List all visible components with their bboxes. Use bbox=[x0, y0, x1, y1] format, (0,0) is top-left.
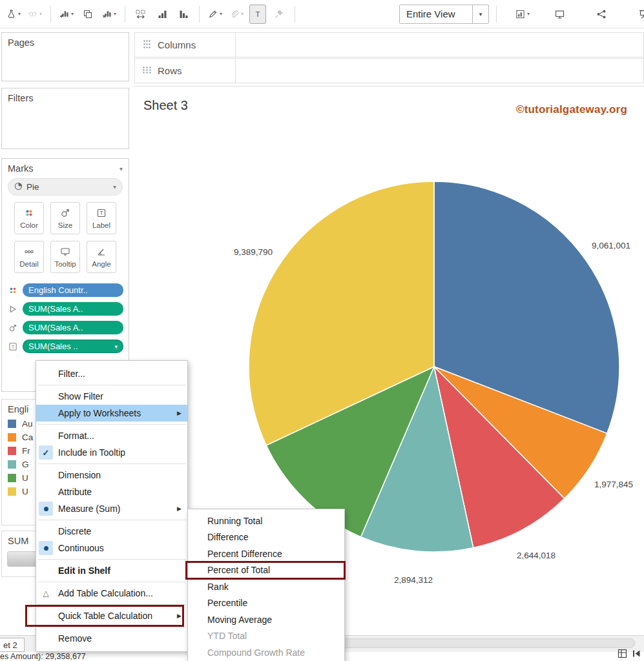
swap-rows-columns-icon[interactable] bbox=[132, 5, 149, 24]
menu-separator bbox=[37, 385, 186, 385]
menu-separator bbox=[37, 604, 186, 605]
first-tab-icon[interactable] bbox=[632, 649, 641, 661]
size-icon bbox=[60, 208, 70, 219]
toolbar-divider bbox=[125, 6, 125, 23]
label-shelf-icon[interactable]: T bbox=[7, 342, 19, 351]
clear-sheet-icon[interactable]: ▾ bbox=[101, 5, 118, 24]
label-button-label: Label bbox=[92, 221, 110, 229]
radio-dot-icon bbox=[39, 541, 53, 555]
pill-sum-sales-label-active[interactable]: SUM(Sales .. ▾ bbox=[23, 340, 123, 353]
label-button[interactable]: T Label bbox=[87, 202, 116, 234]
pill-label: SUM(Sales A.. bbox=[28, 304, 83, 314]
mark-type-dropdown[interactable]: Pie ▾ bbox=[8, 178, 123, 196]
menu-item-filter[interactable]: Filter... bbox=[36, 365, 187, 382]
pill-context-menu: Filter...Show FilterApply to Worksheets▶… bbox=[36, 360, 188, 652]
menu-item-include-in-tooltip[interactable]: ✓Include in Tooltip bbox=[36, 444, 187, 461]
share-icon[interactable] bbox=[593, 5, 610, 24]
menu-separator bbox=[37, 463, 186, 464]
status-bar-text: es Amount): 29,358,677 bbox=[0, 652, 86, 661]
device-preview-icon[interactable] bbox=[635, 5, 644, 24]
chevron-down-icon[interactable]: ▾ bbox=[114, 343, 118, 350]
tooltip-button[interactable]: Tooltip bbox=[50, 241, 80, 273]
tooltip-button-label: Tooltip bbox=[54, 260, 76, 268]
menu-separator bbox=[37, 559, 186, 560]
undo-redo-icon[interactable]: ▾ bbox=[26, 5, 43, 24]
pages-shelf[interactable]: Pages bbox=[1, 32, 129, 81]
menu-separator bbox=[37, 627, 186, 627]
sort-ascending-icon[interactable] bbox=[154, 5, 171, 24]
sheet-tab-label: et 2 bbox=[3, 640, 17, 650]
detail-button-label: Detail bbox=[19, 260, 38, 268]
sheet-tab[interactable]: et 2 bbox=[0, 638, 25, 652]
menu-item-remove[interactable]: Remove bbox=[36, 630, 187, 647]
fit-selector-caret[interactable]: ▾ bbox=[472, 5, 488, 23]
chevron-down-icon: ▾ bbox=[113, 183, 116, 190]
fix-axes-icon[interactable] bbox=[271, 5, 287, 24]
pill-sum-sales-angle[interactable]: SUM(Sales A.. bbox=[23, 302, 123, 316]
menu-item-attribute[interactable]: Attribute bbox=[36, 483, 187, 500]
menu-item-continuous[interactable]: Continuous bbox=[36, 540, 187, 556]
sheet-sorter-icon[interactable] bbox=[618, 649, 627, 661]
tooltip-icon bbox=[60, 247, 70, 258]
filters-shelf[interactable]: Filters bbox=[1, 88, 129, 149]
mark-type-value: Pie bbox=[26, 182, 39, 192]
detail-button[interactable]: Detail bbox=[14, 241, 44, 273]
menu-item-running-total[interactable]: Running Total bbox=[188, 513, 344, 529]
menu-item-dimension[interactable]: Dimension bbox=[36, 467, 187, 483]
sort-descending-icon[interactable] bbox=[175, 5, 192, 24]
marks-card-title: Marks bbox=[8, 163, 33, 174]
size-button[interactable]: Size bbox=[50, 202, 80, 234]
menu-item-quick-table-calculation[interactable]: Quick Table Calculation▶ bbox=[36, 607, 187, 624]
new-worksheet-icon[interactable]: ▾ bbox=[58, 5, 75, 24]
columns-shelf-label[interactable]: Columns bbox=[135, 33, 236, 57]
menu-item-difference[interactable]: Difference bbox=[188, 529, 344, 546]
tableau-window: ▾▾▾▾▾▾TEntire View▾▾ Pages Filters Marks… bbox=[0, 0, 644, 661]
menu-item-rank[interactable]: Rank bbox=[188, 578, 344, 595]
detail-icon bbox=[23, 247, 35, 258]
color-shelf-icon[interactable] bbox=[7, 286, 19, 295]
menu-item-show-filter[interactable]: Show Filter bbox=[36, 388, 187, 405]
menu-item-ytd-total: YTD Total bbox=[188, 628, 344, 645]
color-button[interactable]: Color bbox=[14, 202, 44, 234]
pill-english-country[interactable]: English Countr.. bbox=[23, 283, 123, 297]
menu-item-format[interactable]: Format... bbox=[36, 427, 187, 444]
submenu-arrow-icon: ▶ bbox=[177, 410, 182, 416]
menu-item-percentile[interactable]: Percentile bbox=[188, 595, 344, 612]
rows-icon bbox=[142, 65, 152, 77]
menu-item-apply-to-worksheets[interactable]: Apply to Worksheets▶ bbox=[36, 405, 187, 422]
menu-item-percent-difference[interactable]: Percent Difference bbox=[188, 545, 344, 562]
angle-shelf-icon[interactable] bbox=[7, 305, 19, 314]
pie-slice-label: 1,977,845 bbox=[594, 480, 633, 489]
fit-selector[interactable]: Entire View▾ bbox=[399, 5, 489, 24]
legend-label: U bbox=[22, 487, 28, 496]
menu-item-moving-average[interactable]: Moving Average bbox=[188, 611, 344, 628]
show-me-icon[interactable]: ▾ bbox=[514, 5, 531, 24]
menu-item-edit-in-shelf[interactable]: Edit in Shelf bbox=[36, 562, 187, 579]
menu-item-discrete[interactable]: Discrete bbox=[36, 523, 187, 540]
menu-separator bbox=[37, 424, 186, 425]
highlight-icon[interactable]: ▾ bbox=[207, 5, 223, 24]
menu-item-add-table-calculation[interactable]: △Add Table Calculation... bbox=[36, 585, 187, 602]
rows-shelf-drop-area[interactable] bbox=[236, 59, 643, 83]
toolbar-divider bbox=[295, 6, 295, 23]
watermark-text: ©tutorialgateway.org bbox=[516, 103, 627, 116]
show-mark-labels-button[interactable]: T bbox=[249, 5, 266, 24]
rows-shelf: Rows bbox=[134, 58, 644, 83]
columns-shelf-drop-area[interactable] bbox=[236, 33, 643, 57]
angle-button[interactable]: Angle bbox=[87, 241, 116, 273]
pages-shelf-label: Pages bbox=[2, 33, 129, 50]
table-calculation-icon: △ bbox=[39, 586, 53, 600]
size-legend-ramp[interactable] bbox=[7, 551, 38, 567]
data-source-icon[interactable]: ▾ bbox=[5, 5, 22, 24]
rows-shelf-label[interactable]: Rows bbox=[135, 59, 236, 83]
chevron-down-icon[interactable]: ▾ bbox=[119, 165, 123, 172]
menu-item-percent-of-total[interactable]: Percent of Total bbox=[188, 562, 344, 579]
group-members-icon[interactable]: ▾ bbox=[228, 5, 245, 24]
pill-sum-sales-size[interactable]: SUM(Sales A.. bbox=[23, 321, 123, 334]
menu-item-measure-sum[interactable]: Measure (Sum)▶ bbox=[36, 500, 187, 517]
size-shelf-icon[interactable] bbox=[7, 323, 19, 332]
legend-swatch bbox=[8, 447, 16, 455]
duplicate-sheet-icon[interactable] bbox=[79, 5, 96, 24]
presentation-mode-icon[interactable] bbox=[551, 5, 568, 24]
filters-shelf-label: Filters bbox=[2, 88, 129, 106]
